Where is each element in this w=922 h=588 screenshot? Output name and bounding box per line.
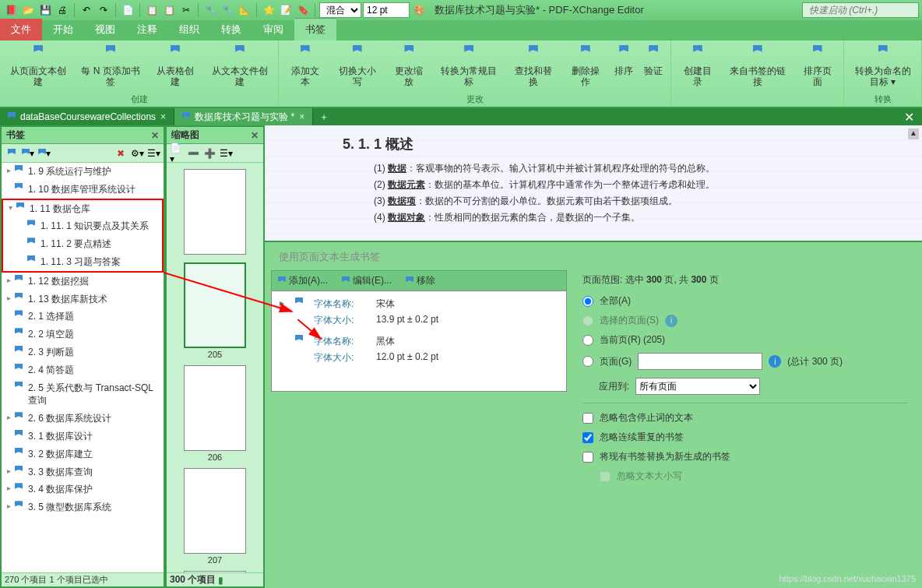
bookmark-item[interactable]: 1. 11. 2 要点精述 (3, 235, 162, 253)
thumbnail-item[interactable]: 205 (184, 262, 246, 359)
ribbon-button[interactable]: 创建目录 (676, 44, 719, 104)
add-rule-button[interactable]: 添加(A)... (278, 274, 328, 287)
opt-pages[interactable]: 页面(G)i(总计 300 页) (582, 353, 908, 370)
th-zoom-in-icon[interactable]: ➕ (202, 146, 216, 160)
stamp-icon[interactable]: 🔖 (295, 2, 311, 18)
rules-list[interactable]: ▸字体名称:宋体字体大小:13.9 pt ± 0.2 pt字体名称:黑体字体大小… (271, 290, 567, 392)
ribbon-button[interactable]: 切换大小写 (331, 44, 383, 92)
menu-tab[interactable]: 转换 (210, 19, 252, 40)
close-tab-icon[interactable]: × (299, 111, 304, 122)
chk-ignore-case[interactable]: 忽略文本大小写 (600, 470, 908, 483)
menu-tab[interactable]: 开始 (42, 19, 84, 40)
remove-rule-button[interactable]: 移除 (406, 274, 435, 287)
bookmark-item[interactable]: ▾1. 11 数据仓库 (3, 200, 162, 218)
bookmark-item[interactable]: 3. 1 数据库设计 (2, 428, 164, 445)
note-icon[interactable]: 📝 (278, 2, 294, 18)
ribbon-button[interactable]: 添加文本 (283, 44, 326, 92)
rule-item[interactable]: ▸字体名称:宋体字体大小:13.9 pt ± 0.2 pt (280, 296, 558, 329)
bookmark-item[interactable]: 3. 2 数据库建立 (2, 445, 164, 463)
print-icon[interactable]: 🖨 (55, 2, 70, 18)
bookmark-item[interactable]: ▸2. 6 数据库系统设计 (2, 410, 164, 428)
bookmark-item[interactable]: 2. 1 选择题 (2, 308, 164, 326)
cut-icon[interactable]: ✂ (178, 2, 194, 18)
bm-menu-icon[interactable]: ☰▾ (146, 146, 160, 160)
undo-icon[interactable]: ↶ (79, 2, 94, 18)
menu-tab[interactable]: 视图 (84, 19, 126, 40)
redo-icon[interactable]: ↷ (96, 2, 111, 18)
bookmark-item[interactable]: ▸3. 3 数据库查询 (2, 463, 164, 481)
th-tool1-icon[interactable]: 📄▾ (170, 146, 184, 160)
thumbnail-item[interactable]: 206 (184, 365, 246, 462)
ribbon-button[interactable]: 从页面文本创建 (5, 44, 72, 92)
ribbon-button[interactable]: 从表格创建 (149, 44, 201, 92)
pages-input[interactable] (638, 353, 762, 370)
close-bookmarks-icon[interactable]: ✕ (151, 130, 159, 141)
close-thumbnails-icon[interactable]: ✕ (251, 130, 259, 141)
ribbon-button[interactable]: 从文本文件创建 (206, 44, 273, 92)
ribbon-button[interactable]: 查找和替换 (507, 44, 559, 92)
bm-tool2-icon[interactable]: ▾ (37, 146, 51, 160)
star-icon[interactable]: ⭐ (261, 2, 276, 18)
bookmark-item[interactable]: ▸3. 5 微型数据库系统 (2, 498, 164, 516)
scroll-up-icon[interactable]: ▲ (908, 129, 919, 139)
ribbon-button[interactable]: 验证 (641, 44, 666, 92)
rule-item[interactable]: 字体名称:黑体字体大小:12.0 pt ± 0.2 pt (280, 333, 558, 366)
tool3-icon[interactable]: 📐 (237, 2, 252, 18)
menu-tab[interactable]: 组织 (168, 19, 210, 40)
info-icon[interactable]: i (769, 355, 781, 368)
copy-icon[interactable]: 📋 (144, 2, 160, 18)
bookmark-item[interactable]: 1. 11. 1 知识要点及其关系 (3, 217, 162, 235)
bookmark-item[interactable]: 2. 2 填空题 (2, 326, 164, 343)
bookmark-item[interactable]: ▸1. 13 数据库新技术 (2, 290, 164, 308)
page-canvas[interactable]: ▲ 5. 1. 1 概述 (1) 数据：客观事物的符号表示。输入计算机中并被计算… (265, 125, 922, 242)
bm-add-icon[interactable] (5, 146, 19, 160)
bookmark-item[interactable]: ▸3. 4 数据库保护 (2, 481, 164, 498)
doc-icon[interactable]: 📄 (120, 2, 135, 18)
bookmark-item[interactable]: 2. 3 判断题 (2, 343, 164, 361)
open-icon[interactable]: 📂 (20, 2, 36, 18)
menu-tab[interactable]: 审阅 (252, 19, 294, 40)
thumbnail-item[interactable] (184, 169, 246, 256)
ribbon-button[interactable]: 排序页面 (796, 44, 839, 104)
opt-all-pages[interactable]: 全部(A) (582, 294, 908, 308)
tool2-icon[interactable]: 🔧 (220, 2, 235, 18)
document-tab[interactable]: 数据库技术习题与实验 *× (174, 108, 313, 125)
chk-ignore-stopwords[interactable]: 忽略包含停止词的文本 (582, 411, 908, 424)
bm-gear-icon[interactable]: ⚙▾ (130, 146, 144, 160)
chk-ignore-duplicates[interactable]: 忽略连续重复的书签 (582, 431, 908, 444)
opt-selected-pages[interactable]: 选择的页面(S)i (582, 314, 908, 327)
close-tabs-button[interactable]: ✕ (896, 110, 922, 125)
bm-delete-icon[interactable]: ✖ (114, 146, 128, 160)
paste-icon[interactable]: 📋 (161, 2, 177, 18)
ribbon-button[interactable]: 更改缩放 (388, 44, 431, 92)
th-zoom-out-icon[interactable]: ➖ (186, 146, 200, 160)
bookmark-item[interactable]: ▸1. 9 系统运行与维护 (2, 163, 164, 181)
bookmark-item[interactable]: 1. 11. 3 习题与答案 (3, 253, 162, 271)
apply-to-select[interactable]: 所有页面 (635, 378, 760, 395)
font-family-combo[interactable]: 混合 (319, 2, 361, 18)
opt-current-page[interactable]: 当前页(R) (205) (582, 333, 908, 347)
add-tab-button[interactable]: ＋ (313, 111, 335, 124)
ribbon-button[interactable]: 排序 (611, 44, 636, 92)
bookmark-item[interactable]: 2. 4 简答题 (2, 361, 164, 379)
thumbnails-list[interactable]: 205206207 (167, 163, 263, 572)
quick-launch-input[interactable] (802, 2, 919, 18)
ribbon-button[interactable]: 每 N 页添加书签 (77, 44, 145, 92)
color-icon[interactable]: 🎨 (411, 2, 427, 18)
menu-tab[interactable]: 注释 (126, 19, 168, 40)
menu-tab[interactable]: 书签 (294, 18, 336, 40)
ribbon-button[interactable]: 来自书签的链接 (723, 44, 791, 104)
bookmarks-tree[interactable]: ▸1. 9 系统运行与维护1. 10 数据库管理系统设计▾1. 11 数据仓库1… (2, 163, 164, 572)
th-menu-icon[interactable]: ☰▾ (219, 146, 233, 160)
menu-file[interactable]: 文件 (0, 19, 42, 40)
bm-tool1-icon[interactable]: ▾ (21, 146, 35, 160)
font-size-combo[interactable] (363, 2, 410, 18)
info-icon[interactable]: i (665, 315, 677, 327)
document-tab[interactable]: dataBaseCoursewareCollections× (0, 108, 174, 125)
ribbon-button[interactable]: 转换为常规目标 (435, 44, 502, 92)
ribbon-button[interactable]: 转换为命名的目标 ▾ (849, 44, 917, 92)
ribbon-button[interactable]: 删除操作 (564, 44, 607, 92)
edit-rule-button[interactable]: 编辑(E)... (342, 274, 392, 287)
bookmark-item[interactable]: ▸1. 12 数据挖掘 (2, 273, 164, 290)
bookmark-item[interactable]: 2. 5 关系代数与 Transact-SQL 查询 (2, 379, 164, 410)
